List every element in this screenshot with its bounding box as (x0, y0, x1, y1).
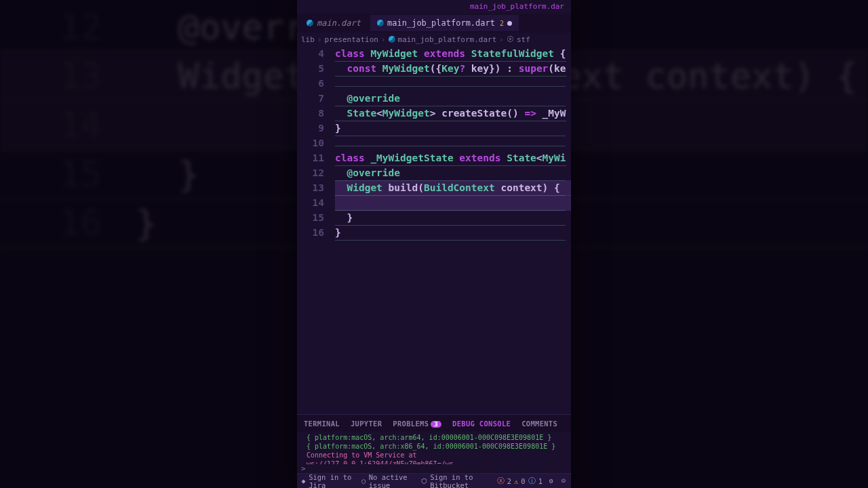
tab-main_job_platform-dart[interactable]: main_job_platform.dart2 (370, 15, 519, 31)
line-number: 7 (297, 91, 335, 106)
chevron-right-icon: › (381, 35, 386, 44)
panel-tab-debug-console[interactable]: DEBUG CONSOLE (452, 420, 511, 428)
line-number: 9 (297, 121, 335, 136)
line-number: 8 (297, 106, 335, 121)
status-bitbucket-label: Sign in to Bitbucket (430, 473, 490, 489)
symbol-icon: ⦿ (507, 35, 514, 44)
code-line[interactable]: 14 (297, 195, 571, 210)
code-line[interactable]: 11class _MyWidgetState extends State<MyW… (297, 150, 571, 165)
panel-tab-terminal[interactable]: TERMINAL (304, 420, 340, 428)
crumb-segment[interactable]: lib (301, 35, 315, 44)
line-number: 10 (297, 136, 335, 150)
code-line[interactable]: 6 (297, 76, 571, 91)
code-line[interactable]: 7 @override (297, 91, 571, 106)
line-number: 11 (297, 150, 335, 165)
tab-main-dart[interactable]: main.dart (300, 15, 368, 31)
code-line[interactable]: 16} (297, 225, 571, 240)
console-line: { platform:macOS, arch:x86_64, id:000060… (307, 442, 564, 451)
bitbucket-icon: ⬡ (421, 478, 427, 485)
status-jira[interactable]: ◆ Sign in to Jira (301, 473, 355, 489)
dirty-indicator-icon (507, 21, 512, 26)
status-jira-label: Sign in to Jira (309, 473, 355, 489)
code-line[interactable]: 8 State<MyWidget> createState() => _MyW (297, 106, 571, 121)
tab-label: main.dart (317, 18, 361, 28)
console-prompt[interactable]: > (297, 464, 571, 473)
ide-window: main_job_platform.dar main.dartmain_job_… (297, 0, 571, 488)
code-line[interactable]: 12 @override (297, 165, 571, 180)
panel-tab-jupyter[interactable]: JUPYTER (351, 420, 382, 428)
warning-count: 0 (521, 477, 525, 485)
status-bar: ◆ Sign in to Jira ○ No active issue ⬡ Si… (297, 473, 571, 488)
console-line: Connecting to VM Service at ws://127.0.0… (307, 451, 564, 464)
line-number: 4 (297, 46, 335, 61)
code-editor[interactable]: 4class MyWidget extends StatefulWidget {… (297, 46, 571, 414)
code-line[interactable]: 13 Widget build(BuildContext context) { (297, 180, 571, 195)
line-number: 12 (297, 165, 335, 180)
breadcrumb[interactable]: lib›presentation›main_job_platform.dart›… (297, 33, 571, 46)
feedback-icon[interactable]: ☺ (560, 478, 567, 485)
line-number: 16 (297, 225, 335, 240)
code-line[interactable]: 9} (297, 121, 571, 136)
error-count: 2 (507, 477, 511, 485)
status-issue-label: No active issue (369, 473, 415, 489)
status-problems[interactable]: ⓧ2 ⚠0 ⓘ1 (497, 476, 542, 486)
code-line[interactable]: 15 } (297, 210, 571, 225)
info-count: 1 (538, 477, 542, 485)
code-line[interactable]: 4class MyWidget extends StatefulWidget { (297, 46, 571, 61)
dart-icon (307, 20, 313, 26)
line-number: 14 (297, 195, 335, 210)
crumb-segment[interactable]: main_job_platform.dart (398, 35, 497, 44)
info-icon: ⓘ (528, 476, 536, 486)
status-bitbucket[interactable]: ⬡ Sign in to Bitbucket (421, 473, 490, 489)
jira-icon: ◆ (301, 478, 306, 485)
debug-console[interactable]: { platform:macOS, arch:arm64, id:0000600… (297, 432, 571, 464)
panel-tab-problems[interactable]: PROBLEMS3 (393, 420, 441, 428)
line-number: 13 (297, 180, 335, 195)
line-number: 6 (297, 76, 335, 91)
line-number: 15 (297, 210, 335, 225)
window-title: main_job_platform.dar (297, 0, 571, 14)
panel-tab-comments[interactable]: COMMENTS (521, 420, 557, 428)
status-issue[interactable]: ○ No active issue (361, 473, 415, 489)
code-line[interactable]: 10 (297, 136, 571, 150)
dart-icon (377, 20, 384, 26)
editor-tabs: main.dartmain_job_platform.dart2 (297, 14, 571, 33)
panel-tabs: TERMINALJUPYTERPROBLEMS3DEBUG CONSOLECOM… (297, 414, 571, 432)
tab-label: main_job_platform.dart (387, 18, 495, 28)
issue-icon: ○ (361, 478, 366, 485)
bell-icon[interactable]: ⚙ (548, 478, 555, 485)
chevron-right-icon: › (499, 35, 504, 44)
crumb-segment[interactable]: stf (517, 35, 530, 44)
console-line: { platform:macOS, arch:arm64, id:0000600… (307, 433, 564, 442)
error-icon: ⓧ (497, 476, 505, 486)
crumb-segment[interactable]: presentation (325, 35, 378, 44)
dart-icon (389, 36, 395, 43)
code-line[interactable]: 5 const MyWidget({Key? key}) : super(ke (297, 61, 571, 76)
chevron-right-icon: › (317, 35, 322, 44)
tab-badge: 2 (500, 20, 504, 27)
problems-badge: 3 (431, 421, 441, 428)
warning-icon: ⚠ (514, 477, 518, 485)
line-number: 5 (297, 61, 335, 76)
